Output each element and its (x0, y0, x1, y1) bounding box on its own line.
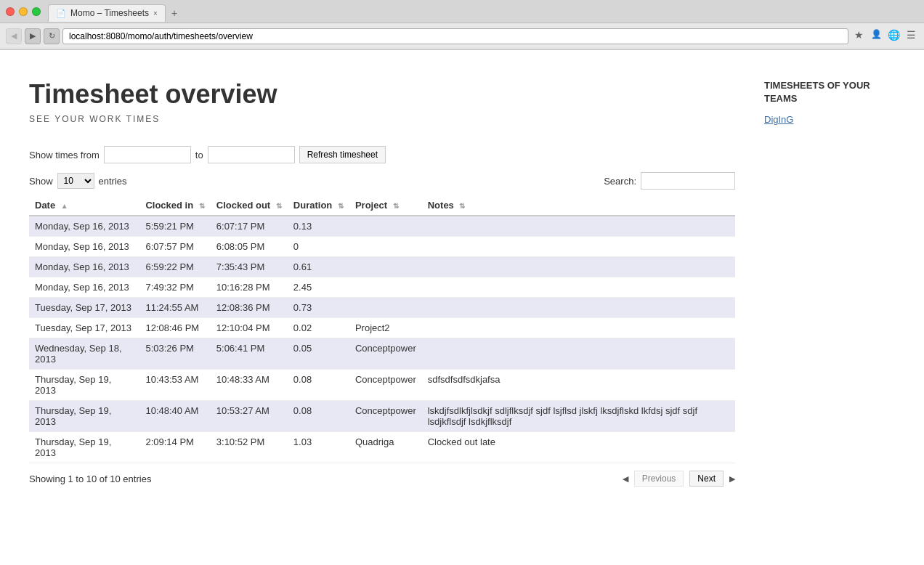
duration-cell: 2.45 (288, 277, 349, 298)
col-date-label: Date (35, 200, 55, 211)
clocked-out-cell: 5:06:41 PM (211, 338, 288, 370)
window-controls (6, 7, 41, 16)
duration-cell: 0.61 (288, 257, 349, 277)
clocked-out-cell: 12:08:36 PM (211, 298, 288, 318)
col-notes[interactable]: Notes ⇅ (422, 195, 735, 216)
tab-bar: 📄 Momo – Timesheets × + (48, 1, 918, 22)
from-date-input[interactable] (104, 146, 191, 163)
browser-tab[interactable]: 📄 Momo – Timesheets × (48, 4, 166, 22)
notes-cell (422, 338, 735, 370)
globe-icon[interactable]: 🌐 (886, 29, 901, 44)
to-date-input[interactable] (208, 146, 295, 163)
date-cell: Monday, Sep 16, 2013 (29, 277, 139, 298)
clocked-out-cell: 6:07:17 PM (211, 216, 288, 237)
main-content: Timesheet overview SEE YOUR WORK TIMES S… (29, 79, 735, 516)
maximize-window-button[interactable] (32, 7, 41, 16)
address-bar: ◀ ▶ ↻ ★ 👤 🌐 ☰ (0, 23, 924, 49)
clocked-in-cell: 11:24:55 AM (139, 298, 210, 318)
notes-cell (422, 216, 735, 237)
search-input[interactable] (641, 172, 735, 190)
date-cell: Monday, Sep 16, 2013 (29, 237, 139, 257)
col-clocked-out-label: Clocked out (216, 200, 270, 211)
clocked-in-sort-icon: ⇅ (199, 202, 205, 210)
notes-cell (422, 257, 735, 277)
browser-icons: ★ 👤 🌐 ☰ (851, 29, 918, 44)
url-input[interactable] (62, 28, 848, 44)
table-row: Monday, Sep 16, 20136:59:22 PM7:35:43 PM… (29, 257, 735, 277)
search-label: Search: (604, 176, 636, 187)
project-cell (349, 216, 422, 237)
next-button[interactable]: Next (689, 471, 724, 487)
user-icon[interactable]: 👤 (869, 29, 883, 44)
page-title: Timesheet overview (29, 79, 735, 110)
back-button[interactable]: ◀ (6, 28, 22, 44)
col-clocked-in[interactable]: Clocked in ⇅ (139, 195, 210, 216)
clocked-out-sort-icon: ⇅ (276, 202, 282, 210)
date-cell: Tuesday, Sep 17, 2013 (29, 318, 139, 338)
clocked-in-cell: 6:59:22 PM (139, 257, 210, 277)
forward-button[interactable]: ▶ (25, 28, 41, 44)
notes-sort-icon: ⇅ (459, 202, 465, 210)
date-cell: Thursday, Sep 19, 2013 (29, 432, 139, 463)
project-cell (349, 257, 422, 277)
clocked-out-cell: 6:08:05 PM (211, 237, 288, 257)
show-entries-control: Show 10 25 50 100 entries (29, 173, 127, 189)
col-notes-label: Notes (428, 200, 454, 211)
sidebar-team-link-diging[interactable]: DigInG (764, 114, 793, 125)
bookmark-icon[interactable]: ★ (851, 29, 866, 44)
clocked-in-cell: 10:48:40 AM (139, 401, 210, 432)
minimize-window-button[interactable] (19, 7, 28, 16)
project-cell: Conceptpower (349, 370, 422, 401)
table-controls: Show 10 25 50 100 entries Search: (29, 172, 735, 190)
notes-cell (422, 277, 735, 298)
title-bar: 📄 Momo – Timesheets × + (0, 0, 924, 23)
clocked-out-cell: 3:10:52 PM (211, 432, 288, 463)
col-project-label: Project (355, 200, 387, 211)
show-times-from-label: Show times from (29, 150, 100, 160)
previous-button[interactable]: Previous (634, 471, 684, 487)
col-date[interactable]: Date ▲ (29, 195, 139, 216)
pagination: Showing 1 to 10 of 10 entries ◀ Previous… (29, 471, 735, 487)
table-row: Thursday, Sep 19, 201310:48:40 AM10:53:2… (29, 401, 735, 432)
col-clocked-out[interactable]: Clocked out ⇅ (211, 195, 288, 216)
clocked-out-cell: 10:48:33 AM (211, 370, 288, 401)
refresh-timesheet-button[interactable]: Refresh timesheet (299, 146, 386, 163)
forward-icon: ▶ (30, 31, 36, 41)
duration-sort-icon: ⇅ (338, 202, 344, 210)
menu-icon[interactable]: ☰ (904, 29, 918, 44)
duration-cell: 0.02 (288, 318, 349, 338)
search-box: Search: (604, 172, 735, 190)
showing-text: Showing 1 to 10 of 10 entries (29, 473, 151, 484)
col-duration-label: Duration (293, 200, 332, 211)
table-row: Monday, Sep 16, 20136:07:57 PM6:08:05 PM… (29, 237, 735, 257)
show-label: Show (29, 176, 53, 187)
project-cell: Conceptpower (349, 338, 422, 370)
clocked-in-cell: 10:43:53 AM (139, 370, 210, 401)
col-duration[interactable]: Duration ⇅ (288, 195, 349, 216)
duration-cell: 0.08 (288, 370, 349, 401)
table-header: Date ▲ Clocked in ⇅ Clocked out ⇅ Durati… (29, 195, 735, 216)
entries-select[interactable]: 10 25 50 100 (57, 173, 94, 189)
clocked-in-cell: 6:07:57 PM (139, 237, 210, 257)
tab-close-button[interactable]: × (153, 9, 158, 17)
date-cell: Thursday, Sep 19, 2013 (29, 401, 139, 432)
clocked-in-cell: 12:08:46 PM (139, 318, 210, 338)
table-row: Tuesday, Sep 17, 201311:24:55 AM12:08:36… (29, 298, 735, 318)
col-clocked-in-label: Clocked in (145, 200, 193, 211)
sidebar-section-title: TIMESHEETS OF YOUR TEAMS (764, 79, 895, 105)
col-project[interactable]: Project ⇅ (349, 195, 422, 216)
close-window-button[interactable] (6, 7, 15, 16)
date-cell: Thursday, Sep 19, 2013 (29, 370, 139, 401)
pagination-buttons: ◀ Previous Next ▶ (623, 471, 735, 487)
prev-arrow-icon: ◀ (623, 474, 628, 484)
clocked-out-cell: 12:10:04 PM (211, 318, 288, 338)
notes-cell (422, 298, 735, 318)
new-tab-button[interactable]: + (166, 4, 183, 22)
refresh-icon: ↻ (49, 31, 55, 41)
project-cell (349, 277, 422, 298)
clocked-out-cell: 10:16:28 PM (211, 277, 288, 298)
table-row: Thursday, Sep 19, 20132:09:14 PM3:10:52 … (29, 432, 735, 463)
refresh-button[interactable]: ↻ (44, 28, 60, 44)
clocked-in-cell: 5:03:26 PM (139, 338, 210, 370)
duration-cell: 0.08 (288, 401, 349, 432)
